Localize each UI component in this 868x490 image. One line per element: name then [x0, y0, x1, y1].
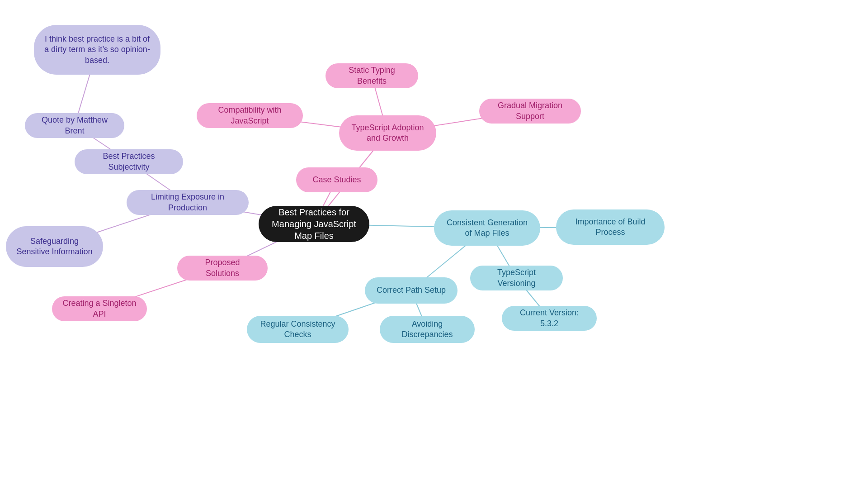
correct-path-node: Correct Path Setup: [365, 277, 458, 304]
current-version-node: Current Version: 5.3.2: [502, 306, 597, 331]
quote-text-node: I think best practice is a bit of a dirt…: [34, 25, 160, 75]
avoiding-discrepancies-node: Avoiding Discrepancies: [380, 316, 475, 343]
safeguarding-node: Safeguarding Sensitive Information: [6, 226, 103, 267]
creating-singleton-node: Creating a Singleton API: [52, 296, 147, 321]
quote-by-node: Quote by Matthew Brent: [25, 113, 124, 138]
gradual-migration-node: Gradual Migration Support: [479, 99, 581, 124]
center-node: Best Practices for Managing JavaScript M…: [259, 206, 369, 242]
typescript-adoption-node: TypeScript Adoption and Growth: [339, 115, 436, 151]
proposed-solutions-node: Proposed Solutions: [177, 256, 268, 281]
limiting-exposure-node: Limiting Exposure in Production: [127, 190, 249, 215]
case-studies-node: Case Studies: [296, 167, 377, 192]
typescript-versioning-node: TypeScript Versioning: [470, 266, 563, 290]
regular-consistency-node: Regular Consistency Checks: [247, 316, 349, 343]
consistent-generation-node: Consistent Generation of Map Files: [434, 210, 540, 246]
compatibility-js-node: Compatibility with JavaScript: [197, 103, 303, 128]
static-typing-node: Static Typing Benefits: [326, 63, 418, 88]
best-practices-subjectivity-node: Best Practices Subjectivity: [75, 149, 183, 174]
importance-build-node: Importance of Build Process: [556, 209, 665, 245]
